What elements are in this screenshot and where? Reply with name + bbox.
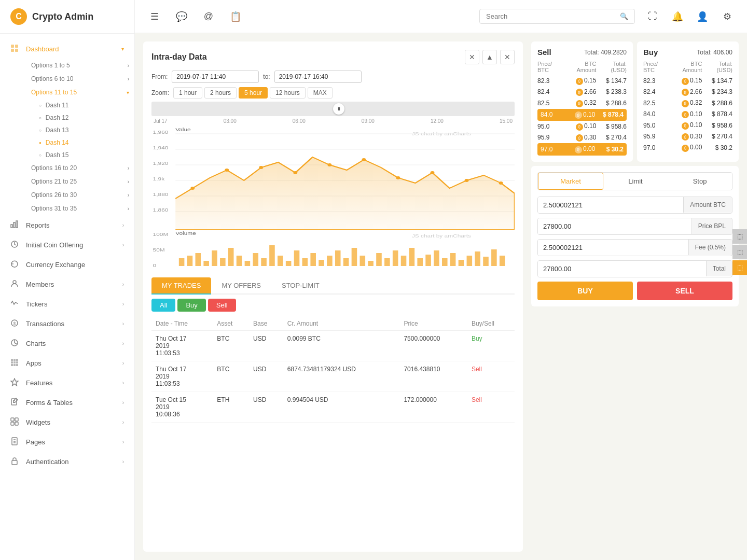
menu-icon[interactable]: ☰: [145, 7, 164, 26]
features-icon: [10, 378, 20, 387]
search-icon: 🔍: [620, 12, 628, 20]
trade-datetime: Tue Oct 15201910:08:36: [151, 392, 213, 423]
svg-text:1,960: 1,960: [153, 129, 169, 134]
buy-row: 82.3 ₿0.15 $ 134.7: [643, 75, 732, 87]
fullscreen-icon[interactable]: ⛶: [643, 7, 662, 26]
svg-point-52: [259, 166, 263, 169]
trade-datetime: Thu Oct 17201911:03:53: [151, 361, 213, 392]
gear-icon[interactable]: ⚙: [718, 7, 737, 26]
svg-rect-73: [245, 261, 251, 266]
to-date-input[interactable]: [274, 71, 362, 83]
sidebar-dash15[interactable]: Dash 15: [34, 149, 134, 161]
user-icon[interactable]: 👤: [693, 7, 712, 26]
volume-chart: 100M 50M 0 Volume JS chart by amCharts: [151, 230, 515, 271]
price-bpl-input[interactable]: [538, 218, 691, 234]
chart-scrubber[interactable]: ⏸: [151, 102, 515, 116]
filter-buy-btn[interactable]: Buy: [177, 299, 205, 312]
buy-title: Buy: [643, 48, 658, 57]
sidebar-item-dashboard[interactable]: Dashboard ▾: [0, 39, 134, 59]
zoom-2hours[interactable]: 2 hours: [204, 87, 237, 99]
scrubber-handle[interactable]: ⏸: [333, 103, 344, 115]
sidebar-dash11[interactable]: Dash 11: [34, 99, 134, 111]
buy-row: 84.0 ₿0.10 $ 878.4: [643, 109, 732, 120]
zoom-1hour[interactable]: 1 hour: [173, 87, 202, 99]
tab-limit[interactable]: Limit: [603, 173, 668, 190]
svg-point-55: [362, 158, 366, 161]
sidebar-item-forms[interactable]: Forms & Tables ›: [0, 393, 134, 412]
header-actions: ⛶ 🔔 👤 ⚙: [643, 7, 737, 26]
sidebar-item-ico[interactable]: Initial Coin Offering ›: [0, 235, 134, 255]
search-input[interactable]: [486, 12, 616, 20]
sidebar-item-currency[interactable]: Currency Exchange: [0, 255, 134, 274]
sell-button[interactable]: SELL: [637, 282, 732, 300]
sidebar-item-widgets[interactable]: Widgets ›: [0, 412, 134, 432]
svg-rect-103: [491, 249, 497, 266]
chart-minimize-btn[interactable]: ▲: [482, 50, 497, 64]
chart-expand-btn[interactable]: ✕: [500, 50, 515, 64]
zoom-max[interactable]: MAX: [308, 87, 333, 99]
sidebar-item-transactions[interactable]: $ Transactions ›: [0, 314, 134, 333]
sidebar-item-charts[interactable]: Charts ›: [0, 333, 134, 353]
sidebar-item-options31[interactable]: Options 31 to 35›: [26, 202, 134, 215]
sidebar-widgets-label: Widgets: [26, 418, 122, 426]
trade-side: Buy: [467, 331, 515, 361]
sidebar-item-options11[interactable]: Options 11 to 15▾: [26, 86, 134, 99]
header: ☰ 💬 @ 📋 🔍 ⛶ 🔔 👤 ⚙: [135, 0, 747, 33]
price-bpl-label: Price BPL: [691, 218, 732, 234]
trade-amount: 0.994504 USD: [283, 392, 400, 423]
sidebar-item-options26[interactable]: Options 26 to 30›: [26, 188, 134, 202]
side-float-3[interactable]: ⬚: [732, 260, 747, 275]
trade-price: 7500.000000: [399, 331, 467, 361]
tab-my-offers[interactable]: MY OFFERS: [211, 277, 271, 295]
sidebar-item-tickers[interactable]: Tickers ›: [0, 294, 134, 314]
table-row: Tue Oct 15201910:08:36 ETH USD 0.994504 …: [151, 392, 515, 423]
logo: C Crypto Admin: [0, 0, 134, 34]
buy-button[interactable]: BUY: [537, 282, 633, 300]
buy-book-header: Buy Total: 406.00: [643, 48, 732, 57]
chart-panel: Intra-day Data ✕ ▲ ✕ From: to: Zoom: 1 h…: [143, 41, 523, 552]
refresh-icon: [10, 260, 20, 269]
sell-row: 82.3 ₿0.15 $ 134.7: [537, 75, 627, 87]
zoom-12hours[interactable]: 12 hours: [270, 87, 306, 99]
total-input[interactable]: [538, 261, 706, 277]
fee-input[interactable]: [538, 240, 688, 256]
sidebar-item-options6[interactable]: Options 6 to 10›: [26, 72, 134, 86]
sell-row: 95.9 ₿0.30 $ 270.4: [537, 132, 627, 144]
sidebar-item-apps[interactable]: Apps ›: [0, 353, 134, 373]
sell-row: 82.5 ₿0.32 $ 288.6: [537, 97, 627, 109]
sidebar-dash13[interactable]: Dash 13: [34, 124, 134, 136]
amount-btc-input[interactable]: [538, 197, 683, 213]
filter-all-btn[interactable]: All: [151, 299, 175, 312]
svg-text:Value: Value: [175, 127, 191, 132]
from-date-input[interactable]: [172, 71, 259, 83]
bell-icon[interactable]: 🔔: [668, 7, 687, 26]
svg-rect-95: [425, 255, 431, 266]
sidebar-item-reports[interactable]: Reports ›: [0, 215, 134, 235]
sell-row-highlighted: 84.0 ₿0.10 $ 878.4: [537, 109, 627, 121]
svg-rect-94: [417, 258, 423, 266]
at-icon[interactable]: @: [199, 7, 218, 26]
tab-stop[interactable]: Stop: [668, 173, 732, 190]
sidebar-item-options21[interactable]: Options 21 to 25›: [26, 175, 134, 188]
sidebar-item-members[interactable]: Members ›: [0, 274, 134, 294]
filter-sell-btn[interactable]: Sell: [208, 299, 236, 312]
chart-close-btn[interactable]: ✕: [465, 50, 479, 64]
sidebar-dash14[interactable]: Dash 14: [34, 136, 134, 149]
zoom-5hour[interactable]: 5 hour: [239, 87, 268, 99]
tab-my-trades[interactable]: MY TRADES: [151, 277, 211, 295]
sidebar-item-features[interactable]: Features ›: [0, 373, 134, 393]
side-float-1[interactable]: ⬚: [732, 229, 747, 244]
sidebar-dash12[interactable]: Dash 12: [34, 111, 134, 124]
tab-market[interactable]: Market: [538, 173, 603, 190]
sidebar-item-options1[interactable]: Options 1 to 5›: [26, 59, 134, 72]
sidebar-charts-label: Charts: [26, 340, 122, 347]
sidebar-item-auth[interactable]: Authentication ›: [0, 452, 134, 471]
clipboard-icon[interactable]: 📋: [226, 7, 245, 26]
chat-icon[interactable]: 💬: [172, 7, 191, 26]
sidebar-item-pages[interactable]: Pages ›: [0, 432, 134, 452]
svg-rect-90: [384, 258, 390, 266]
sidebar-item-options16[interactable]: Options 16 to 20›: [26, 161, 134, 175]
svg-point-8: [13, 281, 16, 284]
side-float-2[interactable]: ⬚: [732, 245, 747, 259]
tab-stop-limit[interactable]: STOP-LIMIT: [271, 277, 330, 295]
